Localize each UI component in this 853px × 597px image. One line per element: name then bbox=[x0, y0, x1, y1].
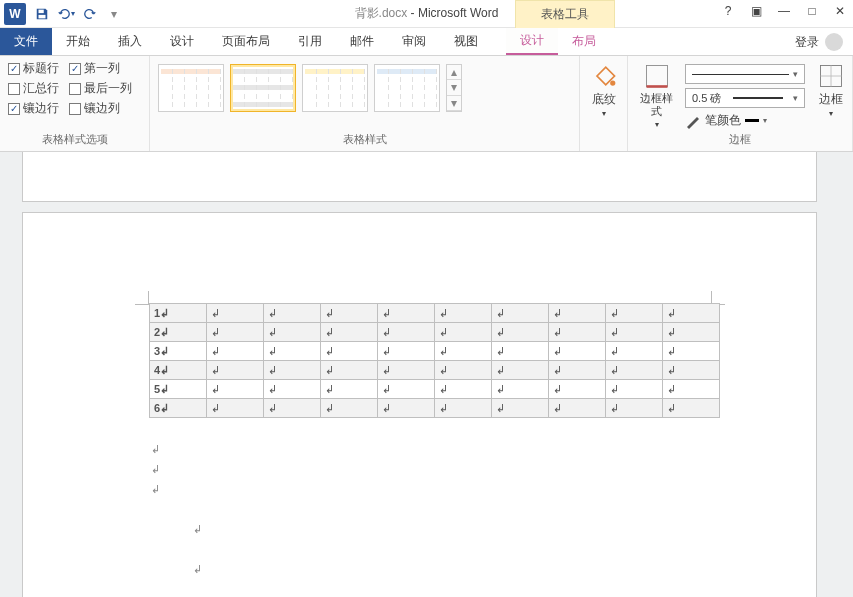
table-cell[interactable]: ↲ bbox=[492, 380, 549, 399]
table-cell[interactable]: ↲ bbox=[663, 323, 720, 342]
table-cell[interactable]: ↲ bbox=[435, 304, 492, 323]
table-row[interactable]: 4↲↲↲↲↲↲↲↲↲↲ bbox=[150, 361, 720, 380]
table-cell[interactable]: ↲ bbox=[606, 304, 663, 323]
tab-page-layout[interactable]: 页面布局 bbox=[208, 28, 284, 55]
checkbox-header-row[interactable]: 标题行 bbox=[8, 60, 59, 77]
sign-in-button[interactable]: 登录 bbox=[795, 28, 843, 56]
maximize-button[interactable]: □ bbox=[805, 4, 819, 18]
tab-review[interactable]: 审阅 bbox=[388, 28, 440, 55]
line-style-selector[interactable]: ▾ bbox=[685, 64, 805, 84]
table-cell[interactable]: ↲ bbox=[321, 399, 378, 418]
checkbox-banded-columns[interactable]: 镶边列 bbox=[69, 100, 120, 117]
table-cell[interactable]: 6↲ bbox=[150, 399, 207, 418]
table-cell[interactable]: ↲ bbox=[492, 323, 549, 342]
table-cell[interactable]: ↲ bbox=[378, 342, 435, 361]
table-row[interactable]: 3↲↲↲↲↲↲↲↲↲↲ bbox=[150, 342, 720, 361]
table-cell[interactable]: ↲ bbox=[207, 399, 264, 418]
table-cell[interactable]: ↲ bbox=[606, 342, 663, 361]
table-style-2-selected[interactable] bbox=[230, 64, 296, 112]
table-cell[interactable]: 5↲ bbox=[150, 380, 207, 399]
table-cell[interactable]: ↲ bbox=[264, 399, 321, 418]
table-cell[interactable]: ↲ bbox=[549, 380, 606, 399]
tab-insert[interactable]: 插入 bbox=[104, 28, 156, 55]
table-cell[interactable]: ↲ bbox=[321, 342, 378, 361]
table-cell[interactable]: ↲ bbox=[207, 323, 264, 342]
table-cell[interactable]: ↲ bbox=[321, 380, 378, 399]
shading-button[interactable]: 底纹 ▾ bbox=[586, 60, 622, 122]
undo-button[interactable]: ▾ bbox=[54, 2, 78, 26]
table-style-1[interactable] bbox=[158, 64, 224, 112]
table-cell[interactable]: ↲ bbox=[264, 323, 321, 342]
borders-button[interactable]: 边框▾ bbox=[813, 60, 849, 122]
scroll-more-icon[interactable]: ▾ bbox=[447, 96, 461, 111]
table-cell[interactable]: ↲ bbox=[264, 361, 321, 380]
help-button[interactable]: ? bbox=[721, 4, 735, 18]
document-area[interactable]: 1↲↲↲↲↲↲↲↲↲↲2↲↲↲↲↲↲↲↲↲↲3↲↲↲↲↲↲↲↲↲↲4↲↲↲↲↲↲… bbox=[0, 152, 853, 597]
tab-table-design[interactable]: 设计 bbox=[506, 28, 558, 55]
checkbox-last-column[interactable]: 最后一列 bbox=[69, 80, 132, 97]
tab-design[interactable]: 设计 bbox=[156, 28, 208, 55]
table-cell[interactable]: ↲ bbox=[264, 304, 321, 323]
tab-file[interactable]: 文件 bbox=[0, 28, 52, 55]
checkbox-total-row[interactable]: 汇总行 bbox=[8, 80, 59, 97]
table-cell[interactable]: ↲ bbox=[321, 304, 378, 323]
tab-table-layout[interactable]: 布局 bbox=[558, 28, 610, 55]
qat-customize-button[interactable]: ▾ bbox=[102, 2, 126, 26]
close-button[interactable]: ✕ bbox=[833, 4, 847, 18]
scroll-up-icon[interactable]: ▴ bbox=[447, 65, 461, 80]
table-cell[interactable]: ↲ bbox=[549, 323, 606, 342]
table-cell[interactable]: ↲ bbox=[549, 304, 606, 323]
table-cell[interactable]: ↲ bbox=[435, 380, 492, 399]
table-cell[interactable]: ↲ bbox=[207, 342, 264, 361]
save-button[interactable] bbox=[30, 2, 54, 26]
table-cell[interactable]: ↲ bbox=[378, 361, 435, 380]
table-cell[interactable]: ↲ bbox=[492, 399, 549, 418]
table-cell[interactable]: ↲ bbox=[492, 304, 549, 323]
table-cell[interactable]: ↲ bbox=[378, 399, 435, 418]
table-cell[interactable]: ↲ bbox=[606, 380, 663, 399]
table-style-3[interactable] bbox=[302, 64, 368, 112]
styles-scroller[interactable]: ▴▾▾ bbox=[446, 64, 462, 112]
table-cell[interactable]: ↲ bbox=[663, 399, 720, 418]
table-cell[interactable]: ↲ bbox=[378, 380, 435, 399]
tab-references[interactable]: 引用 bbox=[284, 28, 336, 55]
border-styles-button[interactable]: 边框样 式▾ bbox=[636, 60, 677, 131]
table-row[interactable]: 6↲↲↲↲↲↲↲↲↲↲ bbox=[150, 399, 720, 418]
table-cell[interactable]: ↲ bbox=[492, 342, 549, 361]
table-row[interactable]: 5↲↲↲↲↲↲↲↲↲↲ bbox=[150, 380, 720, 399]
table-cell[interactable]: ↲ bbox=[663, 380, 720, 399]
table-cell[interactable]: ↲ bbox=[435, 342, 492, 361]
table-cell[interactable]: ↲ bbox=[549, 342, 606, 361]
table-cell[interactable]: ↲ bbox=[378, 304, 435, 323]
table-cell[interactable]: ↲ bbox=[606, 323, 663, 342]
page-current[interactable]: 1↲↲↲↲↲↲↲↲↲↲2↲↲↲↲↲↲↲↲↲↲3↲↲↲↲↲↲↲↲↲↲4↲↲↲↲↲↲… bbox=[22, 212, 817, 597]
table-cell[interactable]: 3↲ bbox=[150, 342, 207, 361]
tab-mailings[interactable]: 邮件 bbox=[336, 28, 388, 55]
table-cell[interactable]: ↲ bbox=[264, 380, 321, 399]
table-row[interactable]: 1↲↲↲↲↲↲↲↲↲↲ bbox=[150, 304, 720, 323]
table-cell[interactable]: ↲ bbox=[606, 399, 663, 418]
table-cell[interactable]: ↲ bbox=[549, 361, 606, 380]
table-cell[interactable]: ↲ bbox=[207, 361, 264, 380]
table-cell[interactable]: ↲ bbox=[663, 304, 720, 323]
table-cell[interactable]: ↲ bbox=[321, 323, 378, 342]
table-cell[interactable]: ↲ bbox=[549, 399, 606, 418]
table-cell[interactable]: ↲ bbox=[207, 304, 264, 323]
checkbox-first-column[interactable]: 第一列 bbox=[69, 60, 120, 77]
minimize-button[interactable]: — bbox=[777, 4, 791, 18]
pen-color-button[interactable]: 笔颜色 ▾ bbox=[685, 112, 805, 129]
table-cell[interactable]: ↲ bbox=[435, 323, 492, 342]
line-weight-selector[interactable]: 0.5 磅▾ bbox=[685, 88, 805, 108]
redo-button[interactable] bbox=[78, 2, 102, 26]
table-cell[interactable]: ↲ bbox=[435, 399, 492, 418]
table-cell[interactable]: ↲ bbox=[663, 342, 720, 361]
table-cell[interactable]: ↲ bbox=[435, 361, 492, 380]
scroll-down-icon[interactable]: ▾ bbox=[447, 80, 461, 95]
table-cell[interactable]: ↲ bbox=[606, 361, 663, 380]
table-cell[interactable]: ↲ bbox=[663, 361, 720, 380]
document-table[interactable]: 1↲↲↲↲↲↲↲↲↲↲2↲↲↲↲↲↲↲↲↲↲3↲↲↲↲↲↲↲↲↲↲4↲↲↲↲↲↲… bbox=[149, 303, 720, 418]
table-cell[interactable]: 2↲ bbox=[150, 323, 207, 342]
table-cell[interactable]: 1↲ bbox=[150, 304, 207, 323]
checkbox-banded-rows[interactable]: 镶边行 bbox=[8, 100, 59, 117]
tab-view[interactable]: 视图 bbox=[440, 28, 492, 55]
